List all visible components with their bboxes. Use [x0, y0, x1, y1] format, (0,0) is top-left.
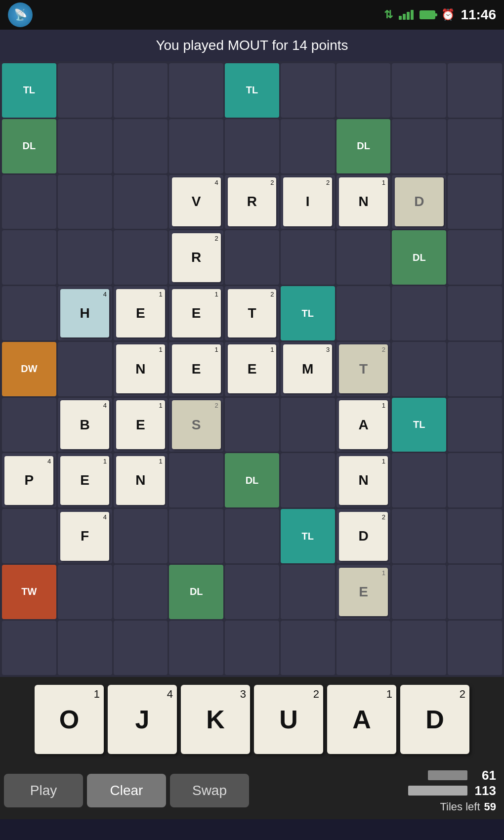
cell-6-6: A1 [336, 398, 391, 452]
clock-time: 11:46 [461, 7, 496, 23]
cell-6-4 [225, 398, 279, 452]
cell-1-7 [392, 119, 446, 173]
cell-4-7 [392, 286, 446, 340]
tile-E5: E1 [116, 400, 165, 449]
cell-4-0 [2, 286, 56, 340]
tile-E3: E1 [172, 344, 221, 393]
clear-button[interactable]: Clear [87, 774, 166, 807]
cell-10-2 [114, 621, 168, 675]
tile-D2: D2 [339, 512, 388, 561]
cell-7-7 [392, 453, 446, 507]
cell-8-4 [225, 509, 279, 563]
cell-6-1: B4 [58, 398, 112, 452]
tile-E2: E1 [172, 289, 221, 338]
cell-2-4: R2 [225, 175, 279, 229]
cell-8-3 [169, 509, 223, 563]
rack-tile-D[interactable]: D2 [400, 685, 469, 754]
cell-1-8 [448, 119, 502, 173]
cell-7-5 [281, 453, 335, 507]
cell-8-2 [114, 509, 168, 563]
score-row-1: 61 [253, 768, 496, 783]
clock-icon: ⏰ [441, 8, 455, 21]
cell-2-0 [2, 175, 56, 229]
game-board: TL TL DL DL V4 R2 I2 N1 D R2 DL [0, 61, 504, 677]
cell-5-5: M3 [281, 342, 335, 396]
cell-4-8 [448, 286, 502, 340]
cell-10-7 [392, 621, 446, 675]
cell-2-6: N1 [336, 175, 391, 229]
score-bar-1 [428, 770, 467, 780]
swap-button[interactable]: Swap [170, 774, 249, 807]
cell-1-0: DL [2, 119, 56, 173]
cell-6-2: E1 [114, 398, 168, 452]
tiles-left-count: 59 [484, 800, 496, 813]
rack-tile-U[interactable]: U2 [254, 685, 323, 754]
cell-10-0 [2, 621, 56, 675]
cell-2-5: I2 [281, 175, 335, 229]
cell-2-1 [58, 175, 112, 229]
cell-0-5 [281, 63, 335, 118]
status-bar: 📡 ⇅ ⏰ 11:46 [0, 0, 504, 30]
cell-1-1 [58, 119, 112, 173]
cell-1-5 [281, 119, 335, 173]
tile-E4: E1 [228, 344, 277, 393]
cell-10-1 [58, 621, 112, 675]
cell-7-3 [169, 453, 223, 507]
tile-E1: E1 [116, 289, 165, 338]
cell-5-4: E1 [225, 342, 279, 396]
cell-5-2: N1 [114, 342, 168, 396]
tile-N1: N1 [116, 344, 165, 393]
score-bar-2 [408, 786, 467, 796]
tile-R: R2 [228, 177, 277, 226]
cell-3-1 [58, 230, 112, 285]
cell-0-2 [114, 63, 168, 118]
tile-N2: N1 [116, 456, 165, 505]
cell-4-1: H4 [58, 286, 112, 340]
cell-4-5: TL [281, 286, 335, 340]
tile-E-bottom: E1 [339, 568, 388, 617]
cell-6-3: S2 [169, 398, 223, 452]
cell-9-1 [58, 565, 112, 619]
cell-2-8 [448, 175, 502, 229]
cell-9-7 [392, 565, 446, 619]
status-left: 📡 [8, 2, 33, 27]
cell-0-1 [58, 63, 112, 118]
score-panel: 61 113 Tiles left 59 [253, 768, 500, 813]
cell-6-8 [448, 398, 502, 452]
cell-8-5: TL [281, 509, 335, 563]
rack-tile-J[interactable]: J4 [108, 685, 177, 754]
cell-5-7 [392, 342, 446, 396]
tile-B: B4 [60, 400, 109, 449]
signal-icon [399, 10, 414, 20]
cell-2-2 [114, 175, 168, 229]
cell-5-6: T2 [336, 342, 391, 396]
tile-F: F4 [60, 512, 109, 561]
message-bar: You played MOUT for 14 points [0, 30, 504, 61]
cell-1-3 [169, 119, 223, 173]
cell-9-3: DL [169, 565, 223, 619]
controls: Play Clear Swap 61 113 Tiles left 59 [0, 762, 504, 819]
cell-4-4: T2 [225, 286, 279, 340]
tile-A: A1 [339, 400, 388, 449]
cell-8-1: F4 [58, 509, 112, 563]
cell-7-0: P4 [2, 453, 56, 507]
cell-7-8 [448, 453, 502, 507]
tile-R2: R2 [172, 233, 221, 282]
cell-8-8 [448, 509, 502, 563]
cell-4-3: E1 [169, 286, 223, 340]
tile-M: M3 [283, 344, 332, 393]
rack-tile-O[interactable]: O1 [35, 685, 104, 754]
rack-tile-A[interactable]: A1 [327, 685, 396, 754]
cell-9-4 [225, 565, 279, 619]
tile-N3: N1 [339, 456, 388, 505]
cell-10-3 [169, 621, 223, 675]
tile-H: H4 [60, 289, 109, 338]
battery-icon [420, 10, 435, 19]
cell-3-3: R2 [169, 230, 223, 285]
cell-6-0 [2, 398, 56, 452]
play-button[interactable]: Play [4, 774, 83, 807]
tile-T: T2 [228, 289, 277, 338]
cell-6-5 [281, 398, 335, 452]
tile-V: V4 [172, 177, 221, 226]
rack-tile-K[interactable]: K3 [181, 685, 250, 754]
